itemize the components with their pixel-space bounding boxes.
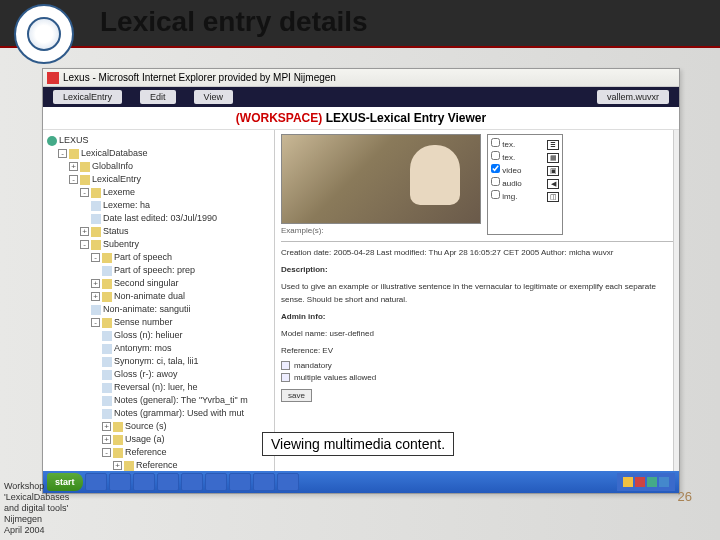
audio-icon: ◀: [547, 179, 559, 189]
folder-icon: [91, 188, 101, 198]
folder-icon: [113, 448, 123, 458]
tree-item[interactable]: Antonym: mos: [102, 342, 272, 355]
image-icon: ◫: [547, 192, 559, 202]
menu-lexicalentry[interactable]: LexicalEntry: [53, 90, 122, 104]
tree-item[interactable]: Non-animate: sangutii: [91, 303, 272, 316]
tree-item[interactable]: +Usage (a): [102, 433, 272, 446]
admin-label: Admin info:: [281, 312, 325, 321]
slide-number: 26: [678, 489, 692, 504]
tree-item[interactable]: +Status: [80, 225, 272, 238]
mpi-logo: [14, 4, 74, 64]
system-tray[interactable]: [617, 473, 675, 491]
tree-item[interactable]: -LexicalDatabase +GlobalInfo -LexicalEnt…: [58, 147, 272, 474]
folder-icon: [113, 435, 123, 445]
browser-window: Lexus - Microsoft Internet Explorer prov…: [42, 68, 680, 494]
task-item[interactable]: [181, 473, 203, 491]
doc-icon: [102, 383, 112, 393]
model-name: Model name: user-defined: [281, 327, 673, 340]
doc-icon: [102, 396, 112, 406]
tree-item[interactable]: Notes (general): The "Yvrba_ti" m: [102, 394, 272, 407]
doc-icon: [91, 201, 101, 211]
tree-item[interactable]: Gloss (r-): awoy: [102, 368, 272, 381]
tree-item[interactable]: Part of speech: prep: [102, 264, 272, 277]
text-icon: ≣: [547, 140, 559, 150]
tree-item[interactable]: +Second singular: [91, 277, 272, 290]
description-label: Description:: [281, 265, 328, 274]
task-item[interactable]: [277, 473, 299, 491]
tray-icon: [647, 477, 657, 487]
mandatory-checkbox[interactable]: [281, 361, 290, 370]
tree-item[interactable]: Reversal (n): luer, he: [102, 381, 272, 394]
tray-icon: [635, 477, 645, 487]
scrollbar[interactable]: [673, 130, 679, 474]
task-item[interactable]: [253, 473, 275, 491]
description-text: Used to give an example or illustrative …: [281, 280, 673, 306]
globe-icon: [47, 136, 57, 146]
tree-item[interactable]: Lexeme: ha: [91, 199, 272, 212]
video-icon: ▣: [547, 166, 559, 176]
tree-root[interactable]: LEXUS -LexicalDatabase +GlobalInfo -Lexi…: [47, 134, 272, 474]
taskbar: start: [43, 471, 679, 493]
tree-item[interactable]: -Part of speech Part of speech: prep: [91, 251, 272, 277]
tree-item[interactable]: Date last edited: 03/Jul/1990: [91, 212, 272, 225]
folder-icon: [69, 149, 79, 159]
window-title: Lexus - Microsoft Internet Explorer prov…: [63, 72, 336, 83]
doc-icon: [102, 357, 112, 367]
tree-item[interactable]: Notes (grammar): Used with mut: [102, 407, 272, 420]
tray-icon: [623, 477, 633, 487]
folder-icon: [91, 227, 101, 237]
tree-item[interactable]: +GlobalInfo: [69, 160, 272, 173]
example-label: Example(s):: [281, 226, 481, 235]
opt-text1[interactable]: [491, 138, 500, 147]
creation-info: Creation date: 2005-04-28 Last modified:…: [281, 246, 673, 259]
folder-icon: [113, 422, 123, 432]
task-item[interactable]: [133, 473, 155, 491]
browser-titlebar: Lexus - Microsoft Internet Explorer prov…: [43, 69, 679, 87]
workspace-label: (WORKSPACE): [236, 111, 322, 125]
folder-icon: [124, 461, 134, 471]
tree-item[interactable]: -LexicalEntry -Lexeme Lexeme: ha Date la…: [69, 173, 272, 474]
workspace-header: (WORKSPACE) LEXUS-Lexical Entry Viewer: [43, 107, 679, 130]
doc-icon: [102, 409, 112, 419]
task-item[interactable]: [157, 473, 179, 491]
opt-text2[interactable]: [491, 151, 500, 160]
task-item[interactable]: [205, 473, 227, 491]
media-options: tex.≣ tex.▦ video▣ audio◀ img.◫: [487, 134, 563, 235]
task-item[interactable]: [109, 473, 131, 491]
grid-icon: ▦: [547, 153, 559, 163]
opt-audio[interactable]: [491, 177, 500, 186]
task-item[interactable]: [85, 473, 107, 491]
menu-edit[interactable]: Edit: [140, 90, 176, 104]
media-image[interactable]: [281, 134, 481, 224]
tree-item[interactable]: +Source (s): [102, 420, 272, 433]
task-item[interactable]: [229, 473, 251, 491]
menu-user[interactable]: vallem.wuvxr: [597, 90, 669, 104]
tree-item[interactable]: -Reference +Reference -Example: [102, 446, 272, 474]
folder-icon: [102, 318, 112, 328]
doc-icon: [102, 331, 112, 341]
tree-item[interactable]: -Subentry -Part of speech Part of speech…: [80, 238, 272, 474]
footer-text: Workshop 'LexicalDabases and digital too…: [4, 481, 69, 536]
tree-item[interactable]: +Non-animate dual: [91, 290, 272, 303]
opt-video[interactable]: [491, 164, 500, 173]
folder-icon: [80, 162, 90, 172]
doc-icon: [102, 370, 112, 380]
tray-icon: [659, 477, 669, 487]
save-button[interactable]: save: [281, 389, 312, 402]
tree-pane[interactable]: LEXUS -LexicalDatabase +GlobalInfo -Lexi…: [43, 130, 275, 474]
folder-icon: [102, 292, 112, 302]
app-name: LEXUS-Lexical Entry Viewer: [326, 111, 487, 125]
folder-icon: [102, 253, 112, 263]
folder-icon: [102, 279, 112, 289]
tree-item[interactable]: Gloss (n): heliuer: [102, 329, 272, 342]
opt-img[interactable]: [491, 190, 500, 199]
tree-item[interactable]: -Sense number Gloss (n): heliuer Antonym…: [91, 316, 272, 474]
multiple-checkbox[interactable]: [281, 373, 290, 382]
tree-item[interactable]: Synonym: ci, tala, lii1: [102, 355, 272, 368]
doc-icon: [102, 266, 112, 276]
slide-title: Lexical entry details: [100, 6, 368, 38]
folder-icon: [91, 240, 101, 250]
menu-view[interactable]: View: [194, 90, 233, 104]
tree-item[interactable]: -Lexeme Lexeme: ha Date last edited: 03/…: [80, 186, 272, 225]
doc-icon: [91, 305, 101, 315]
